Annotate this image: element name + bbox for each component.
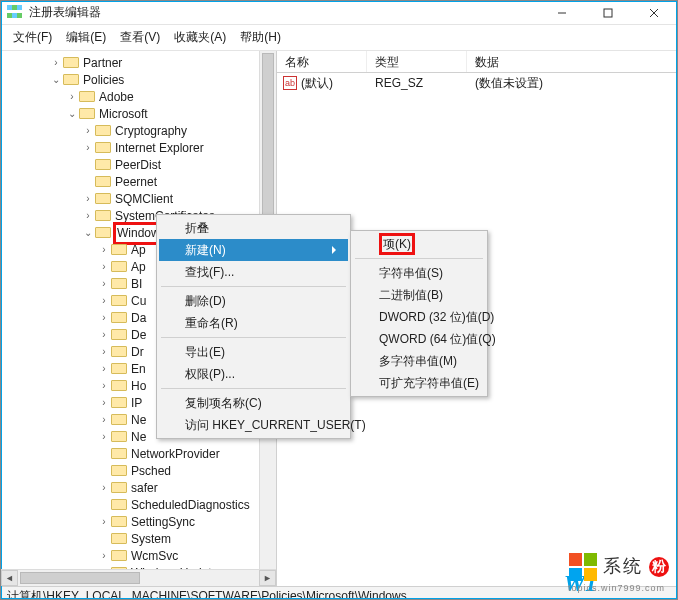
ctx-delete[interactable]: 删除(D) — [159, 290, 348, 312]
expand-collapse-icon[interactable]: › — [97, 294, 111, 308]
value-row[interactable]: ab(默认) REG_SZ (数值未设置) — [277, 73, 677, 94]
tree-item[interactable]: ›SettingSync — [1, 514, 276, 531]
svg-rect-1 — [604, 9, 612, 17]
tree-item-label: Ho — [129, 378, 148, 395]
menu-edit[interactable]: 编辑(E) — [60, 27, 112, 48]
expand-collapse-icon[interactable]: › — [97, 481, 111, 495]
expand-collapse-icon[interactable]: › — [97, 413, 111, 427]
tree-item-label: Ap — [129, 242, 148, 259]
expand-collapse-icon[interactable]: › — [97, 243, 111, 257]
expand-collapse-icon[interactable]: › — [81, 192, 95, 206]
expand-collapse-icon[interactable]: › — [97, 515, 111, 529]
ctx-new[interactable]: 新建(N) — [159, 239, 348, 261]
folder-icon — [111, 413, 127, 427]
ctx-find[interactable]: 查找(F)... — [159, 261, 348, 283]
expand-collapse-icon[interactable]: ⌄ — [81, 226, 95, 240]
expand-collapse-icon[interactable]: › — [97, 260, 111, 274]
tree-item[interactable]: ⌄Microsoft — [1, 106, 276, 123]
ctx-rename[interactable]: 重命名(R) — [159, 312, 348, 334]
tree-item[interactable]: ›Adobe — [1, 89, 276, 106]
menu-favorites[interactable]: 收藏夹(A) — [168, 27, 232, 48]
ctx-permissions[interactable]: 权限(P)... — [159, 363, 348, 385]
folder-icon — [111, 549, 127, 563]
minimize-button[interactable] — [539, 1, 585, 25]
menu-help[interactable]: 帮助(H) — [234, 27, 287, 48]
expand-collapse-icon[interactable]: › — [97, 345, 111, 359]
folder-icon — [111, 328, 127, 342]
tree-item[interactable]: ScheduledDiagnostics — [1, 497, 276, 514]
tree-item-label: Ne — [129, 412, 148, 429]
expand-collapse-icon[interactable]: › — [97, 396, 111, 410]
expand-collapse-icon[interactable]: ⌄ — [65, 107, 79, 121]
watermark: 系统 粉 — [569, 553, 669, 581]
sub-multi[interactable]: 多字符串值(M) — [353, 350, 485, 372]
tree-item-label: safer — [129, 480, 160, 497]
sub-binary[interactable]: 二进制值(B) — [353, 284, 485, 306]
tree-item[interactable]: System — [1, 531, 276, 548]
ctx-collapse[interactable]: 折叠 — [159, 217, 348, 239]
folder-icon — [95, 141, 111, 155]
window-title: 注册表编辑器 — [29, 4, 101, 21]
folder-icon — [111, 515, 127, 529]
tree-item[interactable]: Peernet — [1, 174, 276, 191]
folder-icon — [111, 532, 127, 546]
ctx-export[interactable]: 导出(E) — [159, 341, 348, 363]
maximize-button[interactable] — [585, 1, 631, 25]
expand-collapse-icon[interactable]: › — [97, 311, 111, 325]
folder-icon — [111, 277, 127, 291]
expand-collapse-icon[interactable]: › — [97, 277, 111, 291]
tree-item[interactable]: ›WcmSvc — [1, 548, 276, 565]
tree-item-label: Partner — [81, 55, 124, 72]
expand-collapse-icon[interactable]: › — [81, 141, 95, 155]
expand-collapse-icon[interactable]: › — [81, 209, 95, 223]
tree-item-label: Psched — [129, 463, 173, 480]
tree-item-label: Microsoft — [97, 106, 150, 123]
tree-item-label: Peernet — [113, 174, 159, 191]
expand-collapse-icon[interactable]: › — [81, 124, 95, 138]
expand-collapse-icon[interactable]: › — [97, 379, 111, 393]
tree-item[interactable]: ›Cryptography — [1, 123, 276, 140]
tree-item[interactable]: NetworkProvider — [1, 446, 276, 463]
folder-icon — [111, 498, 127, 512]
tree-item[interactable]: ›Partner — [1, 55, 276, 72]
expand-collapse-icon[interactable]: › — [97, 362, 111, 376]
tree-item-label: Ap — [129, 259, 148, 276]
sub-expand[interactable]: 可扩充字符串值(E) — [353, 372, 485, 394]
menu-view[interactable]: 查看(V) — [114, 27, 166, 48]
expand-collapse-icon[interactable]: › — [97, 328, 111, 342]
folder-icon — [63, 56, 79, 70]
folder-icon — [79, 90, 95, 104]
col-name[interactable]: 名称 — [277, 51, 367, 72]
sub-key[interactable]: 项(K) — [353, 233, 485, 255]
folder-icon — [63, 73, 79, 87]
expand-collapse-icon[interactable]: › — [49, 56, 63, 70]
value-type: REG_SZ — [367, 75, 467, 92]
menu-file[interactable]: 文件(F) — [7, 27, 58, 48]
expand-collapse-icon[interactable]: › — [97, 430, 111, 444]
tree-item-label: Cu — [129, 293, 148, 310]
tree-item[interactable]: ⌄Policies — [1, 72, 276, 89]
close-button[interactable] — [631, 1, 677, 25]
app-icon — [7, 5, 23, 21]
tree-item-label: Cryptography — [113, 123, 189, 140]
expand-collapse-icon[interactable]: › — [65, 90, 79, 104]
ctx-copy-key-name[interactable]: 复制项名称(C) — [159, 392, 348, 414]
tree-horizontal-scrollbar[interactable]: ◄► — [1, 569, 276, 586]
ctx-goto-hkcu[interactable]: 访问 HKEY_CURRENT_USER(T) — [159, 414, 348, 436]
tree-item[interactable]: ›SQMClient — [1, 191, 276, 208]
sub-dword[interactable]: DWORD (32 位)值(D) — [353, 306, 485, 328]
tree-item[interactable]: ›safer — [1, 480, 276, 497]
sub-qword[interactable]: QWORD (64 位)值(Q) — [353, 328, 485, 350]
tree-item[interactable]: Psched — [1, 463, 276, 480]
tree-item[interactable]: ›Internet Explorer — [1, 140, 276, 157]
col-type[interactable]: 类型 — [367, 51, 467, 72]
context-menu: 折叠 新建(N) 查找(F)... 删除(D) 重命名(R) 导出(E) 权限(… — [156, 214, 351, 439]
folder-icon — [95, 175, 111, 189]
expand-collapse-icon[interactable]: › — [97, 549, 111, 563]
sub-string[interactable]: 字符串值(S) — [353, 262, 485, 284]
col-data[interactable]: 数据 — [467, 51, 677, 72]
expand-collapse-icon[interactable]: ⌄ — [49, 73, 63, 87]
folder-icon — [111, 430, 127, 444]
tree-item-label: Policies — [81, 72, 126, 89]
tree-item[interactable]: PeerDist — [1, 157, 276, 174]
